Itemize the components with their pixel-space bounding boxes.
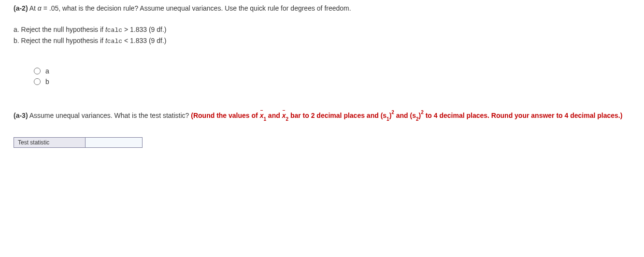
s1-sub: 1 [386, 116, 389, 122]
text-before-alpha: At [28, 4, 38, 12]
a3-red5: to 4 decimal places. Round your answer t… [424, 112, 623, 119]
question-a2-header: (a-2) At α = .05, what is the decision r… [14, 4, 630, 14]
question-a2-label: (a-2) [14, 4, 28, 12]
xbar1-sub: 1 [263, 116, 266, 122]
tcalc-sub-b: calc [107, 38, 122, 45]
a3-red3: bar to 2 decimal places and (s [288, 112, 386, 119]
test-statistic-label: Test statistic [14, 137, 86, 147]
option-b-prefix: b. Reject the null hypothesis if [14, 37, 105, 44]
radio-group: a b [34, 67, 630, 86]
a3-red4: and (s [394, 112, 416, 119]
s2-sup: 2 [421, 110, 424, 115]
xbar2-sub: 2 [286, 116, 288, 122]
question-a2-block: (a-2) At α = .05, what is the decision r… [14, 4, 630, 86]
answer-table: Test statistic [14, 137, 143, 148]
text-after-alpha: = .05, what is the decision rule? Assume… [42, 4, 351, 12]
radio-a-input[interactable] [34, 68, 41, 74]
a3-red2: and [266, 112, 282, 119]
option-a-line: a. Reject the null hypothesis if tcalc >… [14, 24, 630, 36]
radio-row-a[interactable]: a [34, 67, 630, 75]
s1-sup: 2 [391, 110, 394, 115]
s2-sub: 2 [416, 116, 419, 122]
option-a-prefix: a. Reject the null hypothesis if [14, 26, 105, 33]
tcalc-sub-a: calc [107, 27, 122, 34]
a3-text1: Assume unequal variances. What is the te… [28, 112, 191, 119]
option-b-suffix: < 1.833 (9 df.) [122, 37, 166, 44]
radio-row-b[interactable]: b [34, 78, 630, 86]
option-b-line: b. Reject the null hypothesis if tcalc <… [14, 35, 630, 47]
options-block: a. Reject the null hypothesis if tcalc >… [14, 24, 630, 47]
table-row: Test statistic [14, 137, 143, 147]
radio-a-label: a [45, 67, 49, 75]
test-statistic-input-cell [86, 137, 143, 147]
alpha-symbol: α [38, 4, 42, 12]
option-a-suffix: > 1.833 (9 df.) [122, 26, 166, 33]
question-a3-block: (a-3) Assume unequal variances. What is … [14, 109, 630, 122]
radio-b-input[interactable] [34, 78, 41, 85]
a3-red1: (Round the values of [191, 112, 259, 119]
question-a3-label: (a-3) [14, 112, 28, 119]
test-statistic-input[interactable] [86, 138, 142, 147]
radio-b-label: b [45, 78, 49, 86]
